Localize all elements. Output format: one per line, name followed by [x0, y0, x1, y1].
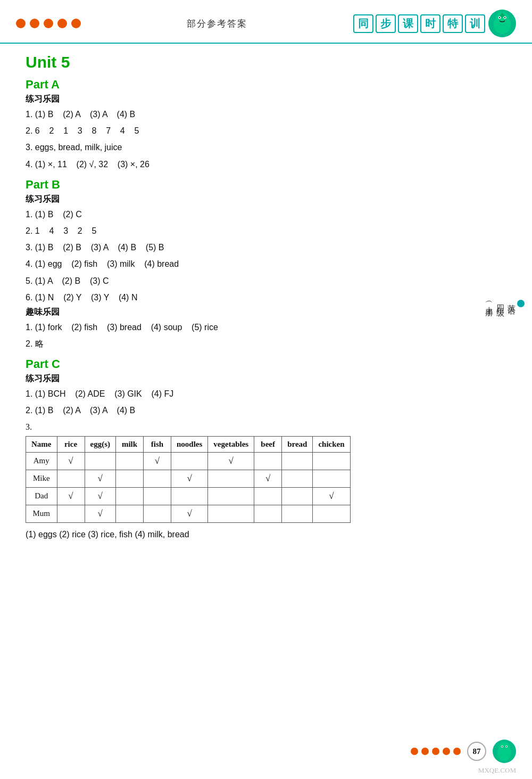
bottom-bar: 87 [0, 740, 532, 763]
row-dad-noodles [171, 487, 208, 505]
row-mike-bread [282, 470, 313, 487]
table-footer-answers: (1) eggs (2) rice (3) rice, fish (4) mil… [26, 527, 506, 542]
bottom-dot-1 [411, 748, 418, 755]
row-dad-fish [144, 487, 171, 505]
row-amy-eggs [85, 452, 116, 470]
dot-2 [30, 19, 39, 28]
header-boxes: 同 步 课 时 特 训 [353, 14, 485, 33]
col-eggs: egg(s) [85, 436, 116, 452]
part-b-line-4: 4. (1) egg (2) fish (3) milk (4) bread [26, 257, 506, 271]
food-table: Name rice egg(s) milk fish noodles veget… [26, 436, 351, 523]
table-row: Mum √ √ [26, 505, 351, 522]
part-b-line-5: 5. (1) A (2) B (3) C [26, 274, 506, 288]
row-amy-chicken [313, 452, 350, 470]
header-dots [16, 19, 81, 28]
row-mike-beef: √ [254, 470, 282, 487]
bottom-dots [411, 748, 461, 755]
svg-rect-7 [501, 13, 503, 16]
mascot-svg [492, 11, 512, 36]
row-mike-noodles: √ [171, 470, 208, 487]
table-row: Amy √ √ √ [26, 452, 351, 470]
bottom-dot-5 [453, 748, 461, 755]
row-dad-rice: √ [57, 487, 85, 505]
dot-1 [16, 19, 26, 28]
row-dad-chicken: √ [313, 487, 350, 505]
part-b-line-3: 3. (1) B (2) B (3) A (4) B (5) B [26, 240, 506, 255]
row-dad-eggs: √ [85, 487, 116, 505]
header-center-text: 部分参考答案 [187, 18, 247, 30]
sidebar-grade: 四年级 [496, 298, 505, 305]
row-mum-name: Mum [26, 505, 57, 522]
table-row: Dad √ √ √ [26, 487, 351, 505]
row-amy-vegetables: √ [208, 452, 254, 470]
row-mike-chicken [313, 470, 350, 487]
row-dad-beef [254, 487, 282, 505]
part-a: Part A 练习乐园 1. (1) B (2) A (3) A (4) B 2… [26, 78, 506, 171]
row-mum-chicken [313, 505, 350, 522]
part-c-line-2: 2. (1) B (2) A (3) A (4) B [26, 403, 506, 417]
row-dad-vegetables [208, 487, 254, 505]
bottom-mascot [493, 740, 516, 763]
part-b-line-6: 6. (1) N (2) Y (3) Y (4) N [26, 290, 506, 305]
main-content: Unit 5 Part A 练习乐园 1. (1) B (2) A (3) A … [0, 44, 532, 554]
row-mum-beef [254, 505, 282, 522]
hbox-5: 特 [443, 14, 463, 33]
part-a-line-4: 4. (1) ×, 11 (2) √, 32 (3) ×, 26 [26, 157, 506, 171]
col-name: Name [26, 436, 57, 452]
hbox-2: 步 [376, 14, 396, 33]
page-header: 部分参考答案 同 步 课 时 特 训 [0, 0, 532, 44]
row-mike-vegetables [208, 470, 254, 487]
hbox-1: 同 [353, 14, 373, 33]
row-amy-noodles [171, 452, 208, 470]
part-a-section-1-title: 练习乐园 [26, 94, 506, 105]
col-rice: rice [57, 436, 85, 452]
row-amy-milk [116, 452, 144, 470]
hbox-4: 时 [420, 14, 440, 33]
bottom-dot-4 [443, 748, 450, 755]
row-dad-milk [116, 487, 144, 505]
row-amy-name: Amy [26, 452, 57, 470]
col-bread: bread [282, 436, 313, 452]
part-a-line-3: 3. eggs, bread, milk, juice [26, 140, 506, 154]
row-amy-bread [282, 452, 313, 470]
part-a-title: Part A [26, 78, 506, 92]
page-number-badge: 87 [467, 742, 486, 761]
part-c-section-1-title: 练习乐园 [26, 373, 506, 384]
bottom-mascot-svg [496, 741, 513, 762]
svg-point-4 [499, 17, 500, 18]
part-b: Part B 练习乐园 1. (1) B (2) C 2. 1 4 3 2 5 … [26, 178, 506, 351]
dot-5 [71, 19, 81, 28]
row-mike-eggs: √ [85, 470, 116, 487]
svg-point-13 [506, 746, 507, 747]
row-mum-eggs: √ [85, 505, 116, 522]
row-dad-name: Dad [26, 487, 57, 505]
hbox-3: 课 [398, 14, 418, 33]
watermark: MXQE.COM [478, 766, 516, 775]
bottom-dot-3 [432, 748, 439, 755]
part-b-section-1-title: 练习乐园 [26, 194, 506, 205]
sidebar-english: 英语 [508, 298, 516, 302]
dot-3 [44, 19, 53, 28]
row-amy-rice: √ [57, 452, 85, 470]
part-b-line-1: 1. (1) B (2) C [26, 207, 506, 222]
bottom-dot-2 [421, 748, 429, 755]
part-c: Part C 练习乐园 1. (1) BCH (2) ADE (3) GIK (… [26, 357, 506, 542]
part-b-qw-line-1: 1. (1) fork (2) fish (3) bread (4) soup … [26, 320, 506, 334]
sidebar-volume: （上册） [485, 298, 494, 307]
food-table-wrapper: Name rice egg(s) milk fish noodles veget… [26, 436, 506, 523]
row-mike-name: Mike [26, 470, 57, 487]
sidebar-dot-top [517, 300, 525, 307]
hbox-6: 训 [465, 14, 485, 33]
unit-title: Unit 5 [26, 53, 506, 71]
dot-4 [57, 19, 67, 28]
mascot-icon [488, 10, 516, 37]
row-mum-fish [144, 505, 171, 522]
svg-point-5 [504, 17, 505, 18]
col-vegetables: vegetables [208, 436, 254, 452]
part-a-line-2: 2. 6 2 1 3 8 7 4 5 [26, 124, 506, 138]
row-mike-rice [57, 470, 85, 487]
sidebar-subject-text: 英语 四年级 （上册） [484, 298, 525, 309]
header-right: 同 步 课 时 特 训 [353, 10, 516, 37]
table-number-label: 3. [26, 422, 32, 431]
part-b-qw-line-2: 2. 略 [26, 337, 506, 351]
